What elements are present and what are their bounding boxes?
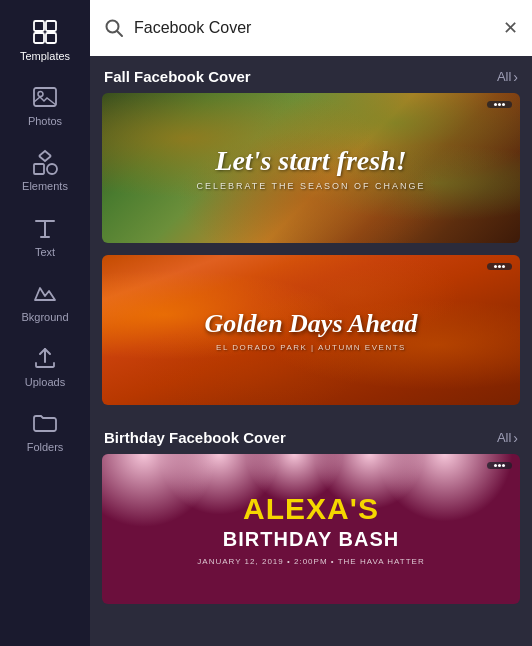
fall-chevron-icon: › (513, 69, 518, 85)
sidebar-item-background[interactable]: Bkground (5, 269, 85, 332)
sidebar-label-background: Bkground (21, 311, 68, 324)
fall-card-1-subtitle: CELEBRATE THE SEASON OF CHANGE (196, 181, 425, 191)
sidebar-item-folders[interactable]: Folders (5, 399, 85, 462)
background-icon (31, 279, 59, 307)
dot-3 (502, 103, 505, 106)
svg-rect-3 (46, 33, 56, 43)
sidebar-label-photos: Photos (28, 115, 62, 128)
sidebar-item-templates[interactable]: Templates (5, 8, 85, 71)
search-input[interactable] (134, 19, 503, 37)
fall-card-1[interactable]: Let's start fresh! CELEBRATE THE SEASON … (102, 93, 520, 243)
search-bar: ✕ (90, 0, 532, 56)
svg-rect-2 (34, 33, 44, 43)
dot-1 (494, 103, 497, 106)
fall-card-2-overlay: Golden Days Ahead EL DORADO PARK | AUTUM… (102, 255, 520, 405)
fall-all-label: All (497, 69, 511, 84)
text-icon (31, 214, 59, 242)
dot-2 (498, 464, 501, 467)
birthday-all-button[interactable]: All › (497, 430, 518, 446)
sidebar-label-uploads: Uploads (25, 376, 65, 389)
birthday-card-1-name: ALEXA'S (243, 492, 379, 526)
fall-all-button[interactable]: All › (497, 69, 518, 85)
dot-1 (494, 265, 497, 268)
folders-icon (31, 409, 59, 437)
fall-card-1-overlay: Let's start fresh! CELEBRATE THE SEASON … (102, 93, 520, 243)
sidebar: Templates Photos Elements (0, 0, 90, 646)
sidebar-item-text[interactable]: Text (5, 204, 85, 267)
sidebar-label-text: Text (35, 246, 55, 259)
dot-2 (498, 103, 501, 106)
birthday-card-1-subtitle: BIRTHDAY BASH (223, 528, 399, 551)
main-panel: ✕ Fall Facebook Cover All › Let's start … (90, 0, 532, 646)
fall-card-2[interactable]: Golden Days Ahead EL DORADO PARK | AUTUM… (102, 255, 520, 405)
fall-card-2-image: Golden Days Ahead EL DORADO PARK | AUTUM… (102, 255, 520, 405)
sidebar-item-elements[interactable]: Elements (5, 138, 85, 201)
elements-icon (31, 148, 59, 176)
svg-rect-6 (34, 164, 44, 174)
photos-icon (31, 83, 59, 111)
fall-card-1-image: Let's start fresh! CELEBRATE THE SEASON … (102, 93, 520, 243)
fall-section-title: Fall Facebook Cover (104, 68, 251, 85)
sidebar-item-uploads[interactable]: Uploads (5, 334, 85, 397)
svg-rect-0 (34, 21, 44, 31)
fall-card-2-more-button[interactable] (487, 263, 512, 270)
birthday-section-title: Birthday Facebook Cover (104, 429, 286, 446)
fall-card-2-subtitle: EL DORADO PARK | AUTUMN EVENTS (216, 343, 406, 352)
sidebar-item-photos[interactable]: Photos (5, 73, 85, 136)
uploads-icon (31, 344, 59, 372)
svg-point-5 (38, 92, 43, 97)
dot-2 (498, 265, 501, 268)
birthday-card-1-details: JANUARY 12, 2019 • 2:00PM • THE HAVA HAT… (197, 557, 424, 566)
sidebar-label-elements: Elements (22, 180, 68, 193)
birthday-card-1[interactable]: ALEXA'S BIRTHDAY BASH JANUARY 12, 2019 •… (102, 454, 520, 604)
birthday-chevron-icon: › (513, 430, 518, 446)
svg-rect-1 (46, 21, 56, 31)
fall-card-1-more-button[interactable] (487, 101, 512, 108)
birthday-card-1-image: ALEXA'S BIRTHDAY BASH JANUARY 12, 2019 •… (102, 454, 520, 604)
close-icon[interactable]: ✕ (503, 17, 518, 39)
search-icon (104, 18, 124, 38)
svg-point-7 (47, 164, 57, 174)
fall-card-1-title: Let's start fresh! (215, 145, 406, 177)
content-area[interactable]: Fall Facebook Cover All › Let's start fr… (90, 56, 532, 646)
birthday-card-1-more-button[interactable] (487, 462, 512, 469)
dot-3 (502, 265, 505, 268)
templates-icon (31, 18, 59, 46)
fall-section-header: Fall Facebook Cover All › (90, 56, 532, 93)
sidebar-label-templates: Templates (20, 50, 70, 63)
dot-1 (494, 464, 497, 467)
birthday-section-header: Birthday Facebook Cover All › (90, 417, 532, 454)
birthday-all-label: All (497, 430, 511, 445)
sidebar-label-folders: Folders (27, 441, 64, 454)
dot-3 (502, 464, 505, 467)
birthday-card-1-overlay: ALEXA'S BIRTHDAY BASH JANUARY 12, 2019 •… (102, 454, 520, 604)
fall-card-2-title: Golden Days Ahead (205, 309, 418, 339)
